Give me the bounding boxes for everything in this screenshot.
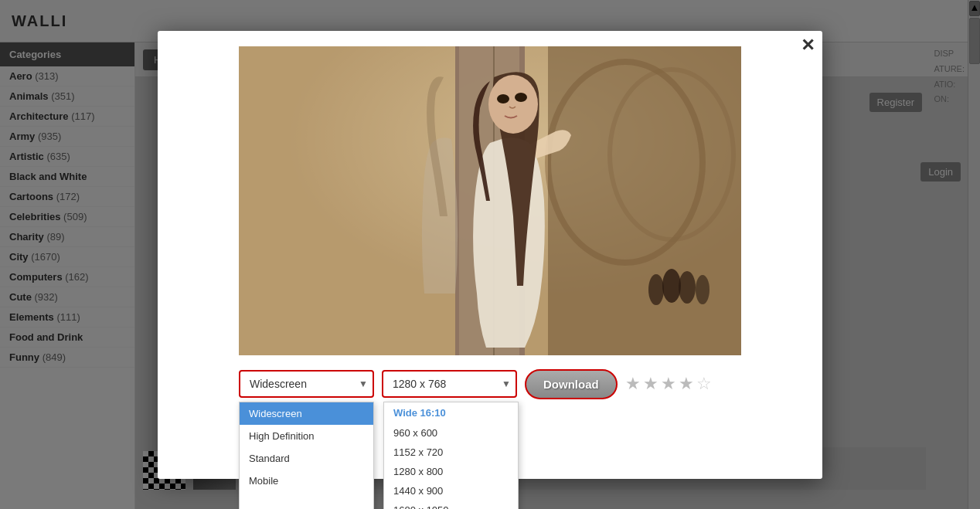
- star-5[interactable]: ☆: [696, 374, 712, 394]
- modal-dialog: ✕: [158, 31, 822, 479]
- resolution-menu-header: Wide 16:10: [384, 402, 518, 423]
- controls-inner-row: Widescreen High Definition Standard Mobi…: [239, 369, 712, 399]
- menu-item-standard[interactable]: Standard: [240, 447, 373, 470]
- resolution-dropdown-menu: Wide 16:10 960 x 600 1152 x 720 1280 x 8…: [383, 402, 519, 510]
- svg-point-5: [662, 269, 681, 303]
- wallpaper-preview: [239, 46, 741, 355]
- resolution-item-1280[interactable]: 1280 x 800: [384, 462, 518, 481]
- dropdown-popups: Widescreen High Definition Standard Mobi…: [239, 402, 519, 510]
- star-2[interactable]: ★: [643, 374, 658, 394]
- svg-rect-4: [548, 46, 741, 355]
- menu-item-mobile[interactable]: Mobile: [240, 470, 373, 492]
- download-button[interactable]: Download: [525, 369, 618, 399]
- wallpaper-svg: [239, 46, 741, 355]
- resolution-item-1440[interactable]: 1440 x 900: [384, 481, 518, 501]
- svg-point-6: [648, 274, 664, 305]
- svg-point-7: [679, 271, 696, 304]
- star-rating: ★ ★ ★ ★ ☆: [625, 374, 712, 394]
- menu-item-hd[interactable]: High Definition: [240, 425, 373, 447]
- svg-point-8: [696, 275, 709, 304]
- star-3[interactable]: ★: [661, 374, 676, 394]
- modal-controls: Widescreen High Definition Standard Mobi…: [239, 369, 741, 399]
- type-dropdown-menu: Widescreen High Definition Standard Mobi…: [239, 402, 374, 510]
- svg-point-12: [488, 75, 538, 134]
- modal-close-button[interactable]: ✕: [801, 37, 815, 54]
- resolution-dropdown-container: 1280 x 768 960 x 600 1152 x 720 1280 x 8…: [382, 370, 517, 398]
- star-4[interactable]: ★: [679, 374, 694, 394]
- type-dropdown[interactable]: Widescreen High Definition Standard Mobi…: [239, 370, 374, 398]
- svg-point-14: [515, 93, 527, 102]
- resolution-item-1152[interactable]: 1152 x 720: [384, 443, 518, 462]
- modal-overlay: ✕: [0, 0, 980, 509]
- star-1[interactable]: ★: [625, 374, 641, 394]
- type-dropdown-container: Widescreen High Definition Standard Mobi…: [239, 370, 374, 398]
- resolution-dropdown[interactable]: 1280 x 768 960 x 600 1152 x 720 1280 x 8…: [382, 370, 517, 398]
- resolution-item-1680[interactable]: 1680 x 1050: [384, 501, 518, 510]
- svg-point-13: [497, 94, 509, 103]
- resolution-item-960[interactable]: 960 x 600: [384, 423, 518, 443]
- menu-item-widescreen[interactable]: Widescreen: [240, 402, 373, 425]
